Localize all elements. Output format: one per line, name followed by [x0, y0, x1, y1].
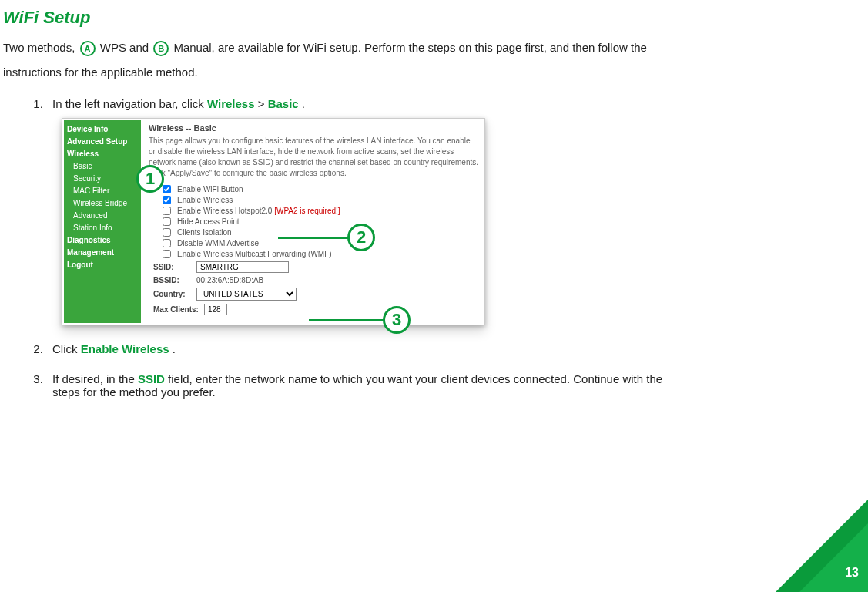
option-label: Enable Wireless Multicast Forwarding (WM… [177, 250, 332, 258]
country-label: Country: [153, 290, 196, 298]
sidebar-item[interactable]: Advanced [67, 210, 139, 222]
option-row: Disable WMM Advertise [163, 239, 478, 247]
callout-2-line [278, 237, 350, 239]
option-label: Enable Wireless Hotspot2.0 [WPA2 is requ… [177, 207, 340, 215]
sidebar-item[interactable]: Station Info [67, 222, 139, 234]
step3-pre: If desired, in the [52, 372, 138, 385]
sidebar-item[interactable]: Security [67, 173, 139, 185]
country-row: Country: UNITED STATES [153, 288, 478, 301]
sidebar-item[interactable]: Diagnostics [67, 234, 139, 247]
bssid-label: BSSID: [153, 276, 196, 284]
callout-2-icon: 2 [347, 224, 375, 251]
option-checkbox[interactable] [163, 207, 171, 215]
sidebar-item[interactable]: Basic [67, 160, 139, 173]
intro-seg: Manual, are available for WiFi setup. Pe… [173, 41, 646, 54]
step-2: Click Enable Wireless . [46, 342, 868, 355]
option-row: Enable Wireless Multicast Forwarding (WM… [163, 250, 478, 258]
screenshot-wireless-basic: Device InfoAdvanced SetupWirelessBasicSe… [62, 118, 485, 325]
option-checkbox[interactable] [163, 185, 171, 193]
option-row: Enable Wireless Hotspot2.0 [WPA2 is requ… [163, 207, 478, 215]
option-checkbox[interactable] [163, 250, 171, 258]
option-label: Enable WiFi Button [177, 185, 243, 193]
intro-seg: instructions for the applicable method. [3, 62, 865, 83]
option-label: Hide Access Point [177, 217, 240, 226]
ssid-input[interactable] [196, 261, 289, 273]
max-clients-input[interactable] [204, 304, 227, 315]
sidebar-item[interactable]: Wireless [67, 148, 139, 160]
step3-post: field, enter the network name to which y… [168, 372, 662, 385]
step1-basic: Basic [268, 97, 299, 110]
sidebar-item[interactable]: Advanced Setup [67, 136, 139, 148]
panel-header: Wireless -- Basic [149, 123, 478, 133]
step-1: In the left navigation bar, click Wirele… [46, 97, 868, 325]
ssid-label: SSID: [153, 263, 196, 271]
step2-post: . [173, 342, 176, 355]
option-row: Clients Isolation [163, 228, 478, 237]
intro-seg: WPS and [100, 41, 152, 54]
intro-seg: Two methods, [3, 41, 79, 54]
sidebar-item[interactable]: Logout [67, 259, 139, 271]
callout-1-icon: 1 [136, 165, 164, 193]
option-label: Enable Wireless [177, 196, 233, 204]
option-row: Enable Wireless [163, 196, 478, 204]
option-checkbox[interactable] [163, 217, 171, 226]
sidebar-item[interactable]: Device Info [67, 123, 139, 136]
step1-gt: > [258, 97, 268, 110]
method-a-icon: A [80, 41, 96, 56]
page-corner-inner [799, 523, 868, 592]
max-clients-row: Max Clients: [153, 304, 478, 315]
sidebar-item[interactable]: Wireless Bridge [67, 197, 139, 210]
page-number: 13 [845, 566, 859, 580]
steps-list: In the left navigation bar, click Wirele… [0, 83, 868, 399]
step2-pre: Click [52, 342, 81, 355]
step-3: If desired, in the SSID field, enter the… [46, 372, 868, 399]
panel-description: This page allows you to configure basic … [149, 136, 478, 179]
option-label: Clients Isolation [177, 228, 232, 237]
callout-3-icon: 3 [383, 306, 411, 334]
option-label: Disable WMM Advertise [177, 239, 259, 247]
page-title: WiFi Setup [0, 0, 868, 34]
step1-wireless: Wireless [207, 97, 255, 110]
ssid-row: SSID: [153, 261, 478, 273]
option-checkbox[interactable] [163, 239, 171, 247]
option-row: Hide Access Point [163, 217, 478, 226]
callout-3-line [309, 319, 386, 321]
router-sidebar: Device InfoAdvanced SetupWirelessBasicSe… [64, 120, 141, 323]
router-content: Wireless -- Basic This page allows you t… [141, 120, 483, 323]
step3-line2: steps for the method you prefer. [52, 385, 868, 399]
option-row: Enable WiFi Button [163, 185, 478, 193]
option-checkbox[interactable] [163, 228, 171, 237]
step3-ssid: SSID [138, 372, 165, 385]
intro-text: Two methods, A WPS and B Manual, are ava… [0, 34, 868, 83]
country-select[interactable]: UNITED STATES [196, 288, 297, 301]
sidebar-item[interactable]: Management [67, 247, 139, 259]
method-b-icon: B [153, 41, 169, 56]
max-clients-label: Max Clients: [153, 305, 204, 314]
bssid-value: 00:23:6A:5D:8D:AB [196, 276, 263, 284]
step1-text: In the left navigation bar, click [52, 97, 207, 110]
bssid-row: BSSID: 00:23:6A:5D:8D:AB [153, 276, 478, 284]
step2-link: Enable Wireless [81, 342, 169, 355]
step1-post: . [302, 97, 305, 110]
sidebar-item[interactable]: MAC Filter [67, 185, 139, 197]
option-checkbox[interactable] [163, 196, 171, 204]
